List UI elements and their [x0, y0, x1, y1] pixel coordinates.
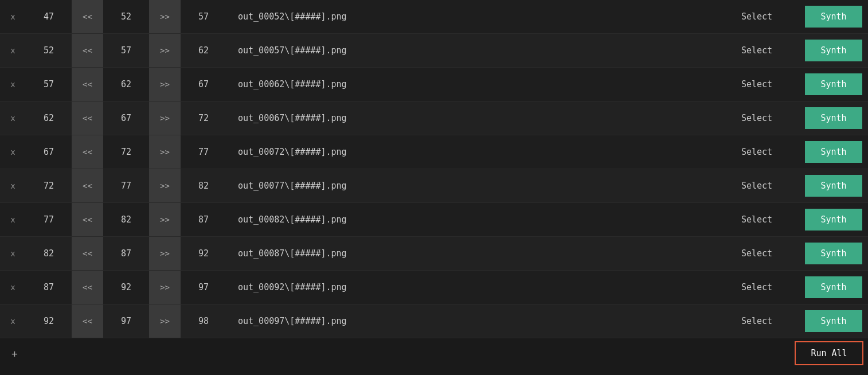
table-row: x 52 << 57 >> 62 out_00057\[#####].png S…: [0, 34, 868, 68]
end-value: 57: [181, 0, 226, 33]
footer-row: + Run All: [0, 338, 868, 368]
table-row: x 77 << 82 >> 87 out_00082\[#####].png S…: [0, 203, 868, 237]
left-arrow-button[interactable]: <<: [72, 34, 103, 67]
mid-value: 57: [103, 34, 149, 67]
select-button[interactable]: Select: [714, 271, 799, 304]
mid-value: 87: [103, 237, 149, 270]
select-button[interactable]: Select: [714, 34, 799, 67]
table-row: x 87 << 92 >> 97 out_00092\[#####].png S…: [0, 271, 868, 304]
start-value: 57: [26, 68, 72, 101]
start-value: 62: [26, 101, 72, 135]
filename-cell: out_00082\[#####].png: [226, 203, 714, 236]
mid-value: 67: [103, 101, 149, 135]
filename-cell: out_00052\[#####].png: [226, 0, 714, 33]
left-arrow-button[interactable]: <<: [72, 135, 103, 169]
table-row: x 47 << 52 >> 57 out_00052\[#####].png S…: [0, 0, 868, 34]
synth-button[interactable]: Synth: [805, 141, 862, 163]
table-row: x 57 << 62 >> 67 out_00062\[#####].png S…: [0, 68, 868, 101]
synth-cell: Synth: [799, 135, 868, 169]
select-button[interactable]: Select: [714, 68, 799, 101]
mid-value: 92: [103, 271, 149, 304]
end-value: 97: [181, 271, 226, 304]
delete-cell[interactable]: x: [0, 271, 26, 304]
right-arrow-button[interactable]: >>: [149, 237, 181, 270]
synth-cell: Synth: [799, 237, 868, 270]
filename-cell: out_00067\[#####].png: [226, 101, 714, 135]
right-arrow-button[interactable]: >>: [149, 271, 181, 304]
start-value: 52: [26, 34, 72, 67]
table-row: x 67 << 72 >> 77 out_00072\[#####].png S…: [0, 135, 868, 169]
filename-cell: out_00057\[#####].png: [226, 34, 714, 67]
right-arrow-button[interactable]: >>: [149, 169, 181, 202]
left-arrow-button[interactable]: <<: [72, 271, 103, 304]
delete-cell[interactable]: x: [0, 237, 26, 270]
right-arrow-button[interactable]: >>: [149, 0, 181, 33]
delete-cell[interactable]: x: [0, 169, 26, 202]
mid-value: 72: [103, 135, 149, 169]
delete-cell[interactable]: x: [0, 203, 26, 236]
mid-value: 52: [103, 0, 149, 33]
filename-cell: out_00077\[#####].png: [226, 169, 714, 202]
right-arrow-button[interactable]: >>: [149, 101, 181, 135]
synth-cell: Synth: [799, 304, 868, 338]
select-button[interactable]: Select: [714, 0, 799, 33]
mid-value: 97: [103, 304, 149, 338]
left-arrow-button[interactable]: <<: [72, 101, 103, 135]
right-arrow-button[interactable]: >>: [149, 34, 181, 67]
synth-cell: Synth: [799, 169, 868, 202]
right-arrow-button[interactable]: >>: [149, 203, 181, 236]
left-arrow-button[interactable]: <<: [72, 203, 103, 236]
delete-cell[interactable]: x: [0, 0, 26, 33]
synth-button[interactable]: Synth: [805, 175, 862, 197]
filename-cell: out_00092\[#####].png: [226, 271, 714, 304]
start-value: 72: [26, 169, 72, 202]
select-button[interactable]: Select: [714, 169, 799, 202]
synth-cell: Synth: [799, 101, 868, 135]
select-button[interactable]: Select: [714, 101, 799, 135]
synth-button[interactable]: Synth: [805, 276, 862, 298]
mid-value: 77: [103, 169, 149, 202]
end-value: 77: [181, 135, 226, 169]
synth-cell: Synth: [799, 203, 868, 236]
left-arrow-button[interactable]: <<: [72, 68, 103, 101]
start-value: 67: [26, 135, 72, 169]
table-row: x 92 << 97 >> 98 out_00097\[#####].png S…: [0, 304, 868, 338]
end-value: 92: [181, 237, 226, 270]
synth-button[interactable]: Synth: [805, 310, 862, 332]
synth-cell: Synth: [799, 0, 868, 33]
left-arrow-button[interactable]: <<: [72, 169, 103, 202]
end-value: 62: [181, 34, 226, 67]
run-all-button[interactable]: Run All: [795, 341, 863, 365]
right-arrow-button[interactable]: >>: [149, 135, 181, 169]
right-arrow-button[interactable]: >>: [149, 304, 181, 338]
left-arrow-button[interactable]: <<: [72, 304, 103, 338]
synth-cell: Synth: [799, 68, 868, 101]
select-button[interactable]: Select: [714, 135, 799, 169]
synth-button[interactable]: Synth: [805, 243, 862, 264]
left-arrow-button[interactable]: <<: [72, 0, 103, 33]
synth-button[interactable]: Synth: [805, 107, 862, 129]
synth-button[interactable]: Synth: [805, 40, 862, 61]
select-button[interactable]: Select: [714, 304, 799, 338]
delete-cell[interactable]: x: [0, 34, 26, 67]
delete-cell[interactable]: x: [0, 304, 26, 338]
synth-button[interactable]: Synth: [805, 209, 862, 231]
select-button[interactable]: Select: [714, 237, 799, 270]
add-row-button[interactable]: +: [5, 345, 25, 362]
end-value: 67: [181, 68, 226, 101]
end-value: 82: [181, 169, 226, 202]
synth-button[interactable]: Synth: [805, 73, 862, 95]
delete-cell[interactable]: x: [0, 68, 26, 101]
select-button[interactable]: Select: [714, 203, 799, 236]
table-row: x 82 << 87 >> 92 out_00087\[#####].png S…: [0, 237, 868, 271]
right-arrow-button[interactable]: >>: [149, 68, 181, 101]
delete-cell[interactable]: x: [0, 101, 26, 135]
start-value: 87: [26, 271, 72, 304]
end-value: 87: [181, 203, 226, 236]
synth-button[interactable]: Synth: [805, 6, 862, 28]
left-arrow-button[interactable]: <<: [72, 237, 103, 270]
start-value: 47: [26, 0, 72, 33]
delete-cell[interactable]: x: [0, 135, 26, 169]
filename-cell: out_00062\[#####].png: [226, 68, 714, 101]
mid-value: 82: [103, 203, 149, 236]
